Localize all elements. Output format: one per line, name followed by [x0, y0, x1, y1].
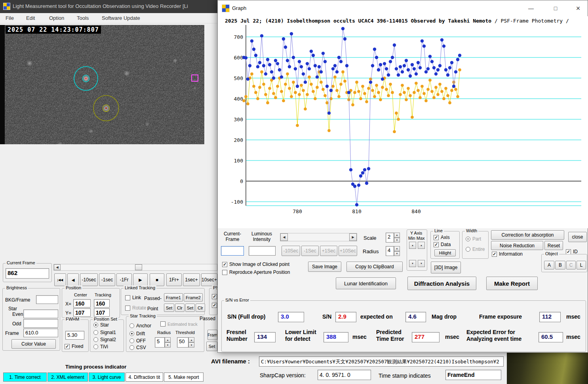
data-point-target-star[interactable] — [278, 68, 281, 71]
even-input[interactable] — [23, 309, 58, 318]
data-point-comparison-star[interactable] — [254, 91, 257, 94]
data-point-target-star[interactable] — [401, 70, 404, 73]
frame1-button[interactable]: Frame1 — [164, 293, 183, 302]
data-point-target-star[interactable] — [335, 70, 339, 73]
data-point-comparison-star[interactable] — [387, 94, 390, 97]
data-point-comparison-star[interactable] — [246, 102, 249, 105]
expected-on-value[interactable]: 4.6 — [405, 312, 426, 322]
fresnel-number-value[interactable]: 134 — [254, 332, 276, 342]
data-point-comparison-star[interactable] — [363, 92, 366, 95]
data-point-target-star[interactable] — [375, 56, 378, 59]
data-point-comparison-star[interactable] — [438, 83, 441, 86]
data-point-target-star[interactable] — [323, 60, 327, 63]
data-point-comparison-star[interactable] — [407, 87, 410, 90]
close-button[interactable]: close — [568, 232, 587, 242]
data-point-target-star[interactable] — [320, 70, 323, 73]
data-point-target-star[interactable] — [322, 52, 325, 55]
data-point-target-star[interactable] — [436, 68, 440, 71]
data-point-comparison-star[interactable] — [365, 100, 368, 103]
data-point-target-star[interactable] — [456, 58, 459, 61]
clr1-button[interactable]: Clr — [175, 304, 185, 312]
fwhm-input[interactable]: 5.30 — [65, 331, 84, 340]
data-point-comparison-star[interactable] — [312, 90, 315, 93]
y-max-down-button[interactable]: ▼ — [418, 260, 425, 267]
data-point-comparison-star[interactable] — [284, 83, 287, 86]
data-point-comparison-star[interactable] — [280, 90, 283, 93]
light-curve-area[interactable]: -1000100200300400500600700780810840 — [218, 16, 588, 228]
radio-signal2[interactable]: Signal2 — [93, 337, 116, 342]
data-point-comparison-star[interactable] — [454, 88, 457, 91]
data-point-target-star[interactable] — [312, 54, 315, 57]
data-point-comparison-star[interactable] — [320, 81, 323, 84]
data-point-target-star[interactable] — [310, 50, 313, 53]
tab-diffraction[interactable]: 4. Diffraction tit — [126, 373, 163, 382]
data-point-comparison-star[interactable] — [371, 89, 374, 92]
data-point-target-star[interactable] — [444, 68, 447, 71]
data-point-comparison-star[interactable] — [409, 94, 412, 97]
data-point-comparison-star[interactable] — [379, 98, 382, 101]
data-point-target-star[interactable] — [381, 77, 384, 80]
data-point-comparison-star[interactable] — [316, 86, 319, 89]
data-point-target-star[interactable] — [399, 65, 402, 68]
maximize-button[interactable]: □ — [547, 0, 564, 16]
data-point-comparison-star[interactable] — [399, 93, 402, 96]
data-point-comparison-star[interactable] — [413, 91, 416, 94]
plus-10sec-button[interactable]: 10sec+ — [201, 273, 217, 286]
step-back-button[interactable]: ◀ — [67, 273, 79, 286]
minus-10sec-graph-button[interactable]: -10Sec — [282, 246, 300, 256]
data-point-target-star[interactable] — [347, 91, 350, 94]
data-point-target-star[interactable] — [288, 65, 291, 68]
data-point-target-star[interactable] — [415, 72, 418, 75]
data-point-comparison-star[interactable] — [377, 91, 380, 94]
set1-button[interactable]: Set — [164, 304, 174, 312]
frame-scrollbar[interactable]: ◀ — [53, 264, 217, 271]
clr2-button[interactable]: Clr — [196, 304, 205, 312]
data-point-target-star[interactable] — [361, 171, 364, 174]
sharpcap-version-input[interactable]: 4. 0. 9571. 0 — [318, 370, 371, 380]
data-point-comparison-star[interactable] — [260, 71, 263, 74]
data-point-comparison-star[interactable] — [450, 89, 453, 92]
data-point-comparison-star[interactable] — [367, 87, 370, 90]
data-point-comparison-star[interactable] — [304, 107, 307, 111]
data-point-target-star[interactable] — [314, 64, 317, 67]
data-point-comparison-star[interactable] — [397, 118, 400, 121]
tab-time-correct[interactable]: 1. Time correct — [3, 373, 47, 382]
data-point-comparison-star[interactable] — [436, 93, 440, 96]
frame-exposure-value[interactable]: 112 — [539, 312, 561, 322]
data-point-comparison-star[interactable] — [428, 78, 432, 82]
data-point-comparison-star[interactable] — [421, 85, 424, 88]
luminous-intensity-input[interactable] — [249, 246, 276, 256]
hilight-button[interactable]: Hilight — [434, 249, 456, 256]
copy-clipboard-button[interactable]: Copy to ClipBoard — [346, 262, 403, 272]
data-point-target-star[interactable] — [254, 54, 257, 57]
menu-software-update[interactable]: Software Update — [102, 15, 140, 21]
lower-limit-value[interactable]: 388 — [323, 332, 348, 342]
y-min-up-button[interactable]: ▲ — [409, 242, 416, 249]
data-point-target-star[interactable] — [438, 64, 441, 67]
data-point-target-star[interactable] — [446, 73, 449, 76]
data-point-target-star[interactable] — [454, 70, 457, 73]
data-point-target-star[interactable] — [369, 80, 372, 84]
data-point-comparison-star[interactable] — [298, 93, 301, 96]
data-point-target-star[interactable] — [430, 60, 434, 63]
data-point-target-star[interactable] — [409, 75, 412, 78]
radio-off[interactable]: OFF — [129, 338, 146, 344]
show-image-checkbox[interactable]: Show Image of Clicked point — [222, 262, 289, 267]
radio-tivi[interactable]: TiVi — [93, 344, 108, 350]
data-point-target-star[interactable] — [448, 66, 451, 69]
data-point-comparison-star[interactable] — [343, 80, 346, 83]
video-frame[interactable]: 2025 07 22 14:23:07:807 — [5, 25, 204, 144]
aperture-target[interactable] — [74, 67, 98, 90]
data-point-target-star[interactable] — [286, 59, 289, 62]
radius-spinner[interactable]: 5 ▲▼ — [155, 337, 171, 348]
data-point-comparison-star[interactable] — [357, 90, 360, 93]
data-point-target-star[interactable] — [426, 67, 430, 70]
data-point-target-star[interactable] — [442, 44, 445, 48]
data-point-target-star[interactable] — [258, 61, 261, 64]
data-point-comparison-star[interactable] — [369, 78, 372, 81]
data-point-comparison-star[interactable] — [432, 96, 436, 99]
data-point-comparison-star[interactable] — [339, 83, 343, 86]
sn-value[interactable]: 2.9 — [335, 312, 356, 322]
y-center-input[interactable]: 107 — [73, 308, 91, 317]
data-point-target-star[interactable] — [327, 111, 331, 115]
